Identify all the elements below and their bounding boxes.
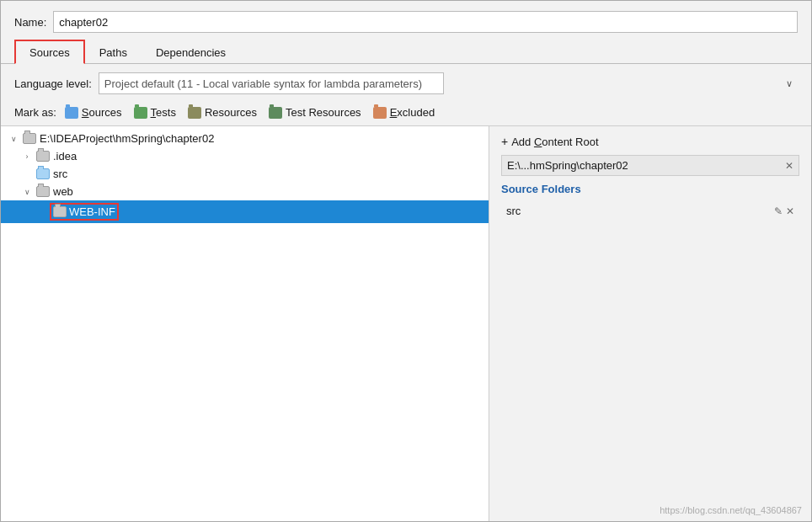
content-area: ∨ E:\IDEAProject\hmSpring\chapter02 › .i… (1, 125, 811, 521)
sources-folder-icon (65, 107, 78, 119)
src-edit-icon[interactable]: ✎ (774, 205, 783, 217)
language-level-label: Language level: (14, 77, 92, 90)
tree-root[interactable]: ∨ E:\IDEAProject\hmSpring\chapter02 (1, 130, 489, 147)
mark-as-row: Mark as: Sources Tests Resources Test Re… (1, 101, 811, 125)
src-actions: ✎ ✕ (774, 205, 794, 217)
mark-tests-item[interactable]: Tests (134, 106, 176, 119)
content-root-path-label: E:\...hmSpring\chapter02 (507, 159, 628, 172)
mark-resources-item[interactable]: Resources (188, 106, 257, 119)
webinf-label: WEB-INF (69, 205, 115, 218)
root-folder-icon (23, 133, 36, 144)
src-delete-icon[interactable]: ✕ (786, 205, 794, 217)
web-chevron: ∨ (21, 186, 33, 198)
add-icon: + (501, 135, 508, 148)
testresources-folder-icon (269, 107, 282, 119)
add-content-root-label: Add Content Root (511, 136, 598, 148)
watermark: https://blog.csdn.net/qq_43604867 (660, 505, 802, 515)
mark-tests-label: Tests (151, 106, 176, 119)
root-chevron: ∨ (8, 133, 19, 145)
web-label: web (53, 185, 73, 198)
language-select[interactable]: Project default (11 - Local variable syn… (99, 72, 444, 94)
mark-excluded-label: Excluded (390, 106, 435, 119)
source-folders-label: Source Folders (501, 183, 799, 195)
tree-web[interactable]: ∨ web (1, 183, 489, 200)
tree-idea[interactable]: › .idea (1, 147, 489, 165)
right-panel: + Add Content Root E:\...hmSpring\chapte… (489, 126, 811, 521)
src-source-row: src ✎ ✕ (501, 202, 799, 220)
mark-sources-item[interactable]: Sources (65, 106, 122, 119)
tree-webinf[interactable]: WEB-INF (1, 200, 489, 223)
language-row: Language level: Project default (11 - Lo… (1, 64, 811, 101)
webinf-selected-box: WEB-INF (50, 203, 119, 221)
file-tree-panel: ∨ E:\IDEAProject\hmSpring\chapter02 › .i… (1, 126, 489, 521)
add-content-root-button[interactable]: + Add Content Root (501, 135, 799, 148)
content-root-path[interactable]: E:\...hmSpring\chapter02 ✕ (501, 155, 799, 176)
name-row: Name: (1, 1, 811, 40)
mark-sources-label: Sources (82, 106, 122, 119)
src-label: src (53, 168, 67, 180)
mark-testresources-label: Test Resources (286, 106, 361, 119)
mark-testresources-item[interactable]: Test Resources (269, 106, 361, 119)
mark-excluded-item[interactable]: Excluded (373, 106, 435, 119)
tab-sources[interactable]: Sources (14, 40, 85, 64)
root-label: E:\IDEAProject\hmSpring\chapter02 (40, 132, 214, 145)
resources-folder-icon (188, 107, 201, 119)
idea-chevron: › (21, 151, 33, 162)
web-folder-icon (36, 186, 50, 197)
mark-resources-label: Resources (205, 106, 257, 119)
src-source-name: src (506, 205, 774, 217)
module-settings-dialog: Name: Sources Paths Dependencies Languag… (0, 0, 812, 522)
idea-label: .idea (53, 150, 77, 162)
tabs-row: Sources Paths Dependencies (1, 40, 811, 64)
tree-src[interactable]: src (1, 165, 489, 183)
excluded-folder-icon (373, 107, 387, 119)
language-select-wrapper: Project default (11 - Local variable syn… (99, 72, 798, 94)
tab-paths[interactable]: Paths (85, 40, 142, 64)
webinf-folder-icon (53, 206, 67, 217)
tests-folder-icon (134, 107, 147, 119)
tab-dependencies[interactable]: Dependencies (142, 40, 240, 64)
name-label: Name: (14, 16, 46, 29)
mark-as-label: Mark as: (14, 106, 56, 119)
src-folder-icon (36, 168, 50, 179)
name-input[interactable] (53, 11, 798, 33)
idea-folder-icon (36, 151, 50, 162)
content-root-close-icon[interactable]: ✕ (785, 160, 793, 172)
